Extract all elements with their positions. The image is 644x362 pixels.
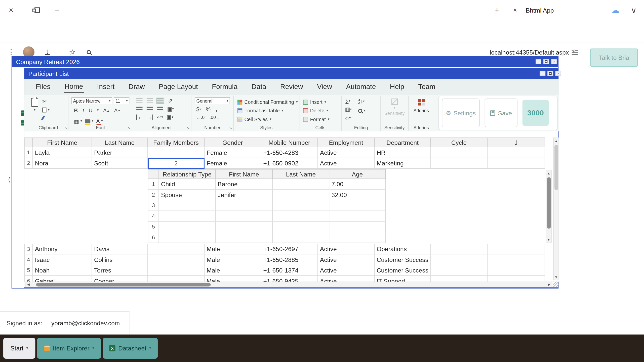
grid-cell[interactable] — [329, 211, 386, 221]
ribbon-tab-files[interactable]: Files — [35, 81, 51, 93]
row-header[interactable]: 4 — [148, 211, 159, 221]
bold-button[interactable]: B — [74, 108, 78, 113]
grid-cell[interactable] — [431, 265, 488, 276]
ribbon-tab-page-layout[interactable]: Page Layout — [158, 81, 199, 93]
font-size-combo[interactable]: 11▾ — [114, 97, 130, 104]
column-header[interactable]: Department — [375, 138, 431, 147]
grid-cell[interactable]: 32.00 — [329, 190, 386, 200]
column-header[interactable]: J — [488, 138, 545, 147]
accounting-format-icon[interactable]: $▾ — [196, 107, 201, 112]
grid-cell[interactable] — [431, 158, 488, 169]
tune-icon[interactable] — [569, 46, 581, 58]
ribbon-tab-view[interactable]: View — [316, 81, 333, 93]
grid-cell[interactable]: Male — [205, 265, 261, 276]
grid-cell[interactable] — [488, 276, 545, 282]
grid-cell[interactable] — [488, 254, 545, 265]
column-header[interactable]: First Name — [33, 138, 92, 147]
grid-cell[interactable] — [216, 232, 273, 243]
row-header[interactable]: 6 — [148, 232, 159, 243]
new-tab-button[interactable]: + — [491, 4, 503, 16]
scroll-left-icon[interactable]: ◀ — [26, 282, 31, 287]
merge-icon[interactable]: ▣▾ — [167, 106, 174, 112]
grid-cell[interactable]: Gabriel — [33, 276, 92, 282]
grid-cell[interactable] — [273, 190, 329, 200]
start-button[interactable]: Start▾ — [3, 338, 35, 359]
column-header[interactable]: Last Name — [92, 138, 148, 147]
column-header[interactable]: Employment — [318, 138, 375, 147]
grid-cell[interactable] — [329, 232, 386, 243]
grid-cell[interactable]: Nora — [33, 158, 92, 169]
outer-restore-icon[interactable] — [543, 59, 549, 64]
grid-cell[interactable]: Active — [318, 158, 375, 169]
decrease-decimal-icon[interactable]: .00→ — [210, 115, 220, 120]
ribbon-tab-team[interactable]: Team — [417, 81, 436, 93]
outer-close-icon[interactable]: × — [551, 59, 557, 64]
grid-cell[interactable] — [148, 244, 205, 254]
grid-cell[interactable]: Barone — [216, 179, 273, 190]
row-header[interactable]: 5 — [148, 222, 159, 232]
styles-button-cell-styles[interactable]: Cell Styles▾ — [237, 115, 299, 123]
scroll-right-icon[interactable]: ▶ — [547, 282, 552, 287]
grid-cell[interactable]: Female — [205, 147, 261, 158]
talk-to-bria-button[interactable]: Talk to Bria — [590, 49, 638, 67]
resize-gripper[interactable] — [553, 282, 559, 287]
number-dialog-launcher-icon[interactable]: ↘ — [229, 126, 232, 130]
outer-titlebar[interactable]: Company Retreat 2026 — [12, 56, 558, 67]
grid-cell[interactable] — [148, 147, 205, 158]
row-header[interactable]: 3 — [148, 200, 159, 211]
grid-cell[interactable] — [488, 265, 545, 276]
paste-button[interactable]: ▾ — [31, 98, 38, 120]
row-header[interactable]: 1 — [148, 179, 159, 190]
column-header[interactable]: First Name — [216, 169, 273, 179]
font-dialog-launcher-icon[interactable]: ↘ — [128, 126, 131, 130]
grid-cell[interactable] — [148, 254, 205, 265]
grid-cell[interactable]: Male — [205, 244, 261, 254]
column-header[interactable] — [24, 138, 33, 147]
grid-cell[interactable]: Marketing — [375, 158, 431, 169]
grid-cell[interactable]: IT Support — [375, 276, 431, 282]
grid-cell[interactable]: Cooper — [92, 276, 148, 282]
grid-cell[interactable]: Torres — [92, 265, 148, 276]
grid-cell[interactable] — [431, 147, 488, 158]
addins-button[interactable]: Add-ins — [409, 96, 434, 113]
grid-cell[interactable]: Parker — [92, 147, 148, 158]
increase-indent-icon[interactable]: → — [147, 115, 153, 120]
styles-button-format-as-table[interactable]: Format as Table▾ — [237, 106, 299, 115]
grid-cell[interactable]: Noah — [33, 265, 92, 276]
grid-cell[interactable] — [159, 232, 216, 243]
grid-cell[interactable]: +1-650-0902 — [261, 158, 318, 169]
grid-cell[interactable]: +1-650-1374 — [261, 265, 318, 276]
grid-cell[interactable] — [216, 222, 273, 232]
cloud-sync-icon[interactable]: ☁ — [609, 4, 621, 16]
comma-icon[interactable]: , — [216, 107, 217, 112]
decrease-indent-icon[interactable]: ← — [136, 115, 143, 120]
grid-cell[interactable]: Customer Success — [375, 254, 431, 265]
borders-icon[interactable]: ▦ ▾ — [74, 118, 82, 124]
grid-cell[interactable]: Jenifer — [216, 190, 273, 200]
countdown-badge[interactable]: 3000 — [522, 100, 549, 126]
grid-cell[interactable]: Active — [318, 276, 375, 282]
ribbon-tab-home[interactable]: Home — [64, 81, 84, 93]
datasheet-button[interactable]: X Datasheet▾ — [103, 338, 158, 359]
ribbon-tab-review[interactable]: Review — [279, 81, 304, 93]
grid-cell[interactable]: Child — [159, 179, 216, 190]
ribbon-tab-help[interactable]: Help — [389, 81, 405, 93]
scroll-up-icon[interactable]: ▲ — [554, 138, 559, 143]
scroll-down-icon[interactable]: ▼ — [554, 275, 559, 280]
grid-cell[interactable] — [431, 276, 488, 282]
main-vertical-scrollbar[interactable]: ▲ ▼ — [553, 138, 559, 280]
cut-icon[interactable]: ✂ — [42, 99, 50, 104]
font-color-icon[interactable]: A ▾ — [96, 118, 103, 124]
cells-button-delete[interactable]: Delete▾ — [303, 106, 341, 115]
wrap-text-icon[interactable]: ↩▾ — [157, 115, 163, 120]
orientation-icon[interactable]: ⇗ — [168, 98, 173, 103]
grid-cell[interactable] — [159, 200, 216, 211]
grid-cell[interactable]: Male — [205, 254, 261, 265]
align-middle-icon[interactable] — [147, 99, 153, 103]
sensitivity-button[interactable]: ▾ Sensitivity — [381, 96, 408, 116]
merge-center-icon[interactable]: ▣▾ — [167, 115, 174, 120]
grid-cell[interactable] — [148, 265, 205, 276]
grid-cell[interactable]: Collins — [92, 254, 148, 265]
outer-minimize-icon[interactable]: – — [536, 59, 541, 64]
nested-scroll-thumb[interactable] — [547, 177, 551, 229]
